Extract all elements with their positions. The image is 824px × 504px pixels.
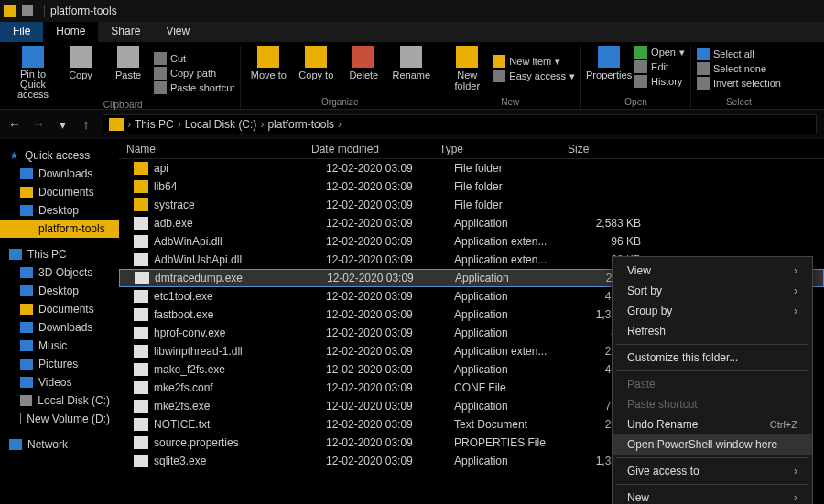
ctx-give-access[interactable]: Give access to›	[613, 461, 812, 481]
drive-icon	[20, 413, 21, 424]
file-row[interactable]: api12-02-2020 03:09File folder	[119, 159, 824, 177]
chevron-right-icon[interactable]: ›	[338, 118, 342, 131]
selectnone-icon	[697, 62, 710, 75]
chevron-right-icon[interactable]: ›	[127, 118, 131, 131]
sidebar-downloads[interactable]: Downloads	[4, 165, 115, 183]
sidebar-this-pc[interactable]: This PC	[4, 245, 115, 263]
nav-up[interactable]: ↑	[79, 117, 93, 132]
sidebar-desktop[interactable]: Desktop	[4, 201, 115, 220]
file-row[interactable]: lib6412-02-2020 03:09File folder	[119, 177, 824, 196]
sidebar-cdrive[interactable]: Local Disk (C:)	[4, 391, 115, 410]
tab-view[interactable]: View	[153, 22, 202, 42]
chevron-right-icon: ›	[794, 284, 797, 297]
keyboard-shortcut: Ctrl+Z	[770, 419, 797, 430]
easyaccess-button[interactable]: Easy access ▾	[493, 70, 575, 82]
file-date: 12-02-2020 03:09	[326, 455, 454, 467]
ctx-open-powershell[interactable]: Open PowerShell window here	[613, 434, 812, 455]
col-date[interactable]: Date modified	[311, 143, 439, 155]
properties-icon	[598, 46, 620, 68]
moveto-button[interactable]: Move to	[246, 46, 290, 80]
tab-home[interactable]: Home	[43, 22, 98, 42]
properties-button[interactable]: Properties	[587, 46, 631, 88]
file-name: adb.exe	[154, 217, 326, 230]
selectnone-button[interactable]: Select none	[697, 62, 781, 75]
file-date: 12-02-2020 03:09	[327, 272, 455, 284]
delete-button[interactable]: Delete	[342, 46, 385, 80]
copy-button[interactable]: Copy	[59, 46, 103, 100]
history-button[interactable]: History	[634, 75, 685, 88]
ctx-refresh[interactable]: Refresh	[613, 321, 812, 341]
chevron-right-icon[interactable]: ›	[260, 118, 264, 131]
newitem-icon	[493, 55, 505, 68]
pin-button[interactable]: Pin to Quick access	[11, 46, 55, 100]
col-name[interactable]: Name	[119, 143, 311, 155]
selectall-button[interactable]: Select all	[697, 48, 781, 60]
sidebar-quick-access[interactable]: ★Quick access	[4, 146, 115, 165]
pasteshortcut-icon	[154, 81, 167, 94]
crumb-folder[interactable]: platform-tools	[267, 118, 334, 131]
nav-forward[interactable]: →	[31, 117, 46, 132]
paste-button[interactable]: Paste	[106, 46, 150, 100]
ribbon: Pin to Quick access Copy Paste Cut Copy …	[0, 42, 824, 110]
copypath-button[interactable]: Copy path	[154, 67, 234, 80]
cut-icon	[154, 52, 167, 65]
file-row[interactable]: adb.exe12-02-2020 03:09Application2,583 …	[119, 214, 824, 232]
file-icon	[134, 455, 148, 467]
file-name: sqlite3.exe	[154, 455, 326, 467]
sidebar-desktop-2[interactable]: Desktop	[4, 282, 115, 300]
ctx-new[interactable]: New›	[613, 488, 812, 504]
ctx-group[interactable]: Group by›	[613, 301, 812, 321]
file-row[interactable]: systrace12-02-2020 03:09File folder	[119, 196, 824, 214]
chevron-right-icon: ›	[794, 305, 797, 317]
sidebar-3d-objects[interactable]: 3D Objects	[4, 263, 115, 282]
app-icon	[4, 5, 16, 17]
sidebar-network[interactable]: Network	[4, 435, 115, 454]
breadcrumb[interactable]: › This PC › Local Disk (C:) › platform-t…	[103, 114, 817, 134]
tab-share[interactable]: Share	[98, 22, 153, 42]
file-row[interactable]: AdbWinApi.dll12-02-2020 03:09Application…	[119, 232, 824, 251]
sidebar-downloads-2[interactable]: Downloads	[4, 318, 115, 337]
open-icon	[634, 46, 647, 59]
invertselection-button[interactable]: Invert selection	[697, 77, 781, 90]
desktop-icon	[20, 205, 33, 216]
crumb-cdrive[interactable]: Local Disk (C:)	[185, 118, 257, 131]
sidebar-music[interactable]: Music	[4, 337, 115, 355]
col-type[interactable]: Type	[439, 143, 568, 155]
crumb-thispc[interactable]: This PC	[135, 118, 174, 131]
file-name: AdbWinUsbApi.dll	[154, 253, 326, 266]
open-button[interactable]: Open ▾	[634, 46, 685, 59]
nav-recent[interactable]: ▾	[55, 117, 70, 132]
folder-icon	[134, 162, 148, 175]
file-type: PROPERTIES File	[454, 436, 582, 449]
ctx-customize[interactable]: Customize this folder...	[613, 348, 812, 368]
easyaccess-icon	[493, 70, 505, 82]
col-size[interactable]: Size	[568, 143, 632, 155]
sidebar-documents-2[interactable]: Documents	[4, 300, 115, 318]
sidebar-documents[interactable]: Documents	[4, 183, 115, 201]
separator	[616, 457, 808, 458]
sidebar-platform-tools[interactable]: platform-tools	[0, 220, 119, 238]
rename-button[interactable]: Rename	[389, 46, 433, 80]
ctx-view[interactable]: View›	[613, 261, 812, 281]
file-type: Text Document	[454, 418, 582, 431]
chevron-right-icon[interactable]: ›	[178, 118, 181, 131]
newitem-button[interactable]: New item ▾	[493, 55, 575, 68]
pasteshortcut-button[interactable]: Paste shortcut	[154, 81, 234, 94]
quick-access-icon[interactable]	[22, 5, 33, 16]
newfolder-button[interactable]: New folder	[445, 46, 489, 91]
file-date: 12-02-2020 03:09	[326, 381, 454, 394]
copyto-button[interactable]: Copy to	[294, 46, 338, 80]
ctx-undo-rename[interactable]: Undo RenameCtrl+Z	[613, 414, 812, 434]
sidebar-videos[interactable]: Videos	[4, 373, 115, 391]
tab-file[interactable]: File	[0, 22, 43, 42]
delete-icon	[352, 46, 374, 68]
ctx-sort[interactable]: Sort by›	[613, 281, 812, 301]
file-date: 12-02-2020 03:09	[326, 198, 454, 211]
invert-icon	[697, 77, 710, 90]
file-size: 96 KB	[582, 235, 646, 248]
cut-button[interactable]: Cut	[154, 52, 234, 65]
nav-back[interactable]: ←	[7, 117, 22, 132]
edit-button[interactable]: Edit	[634, 60, 685, 73]
sidebar-ddrive[interactable]: New Volume (D:)	[4, 410, 115, 428]
sidebar-pictures[interactable]: Pictures	[4, 355, 115, 373]
